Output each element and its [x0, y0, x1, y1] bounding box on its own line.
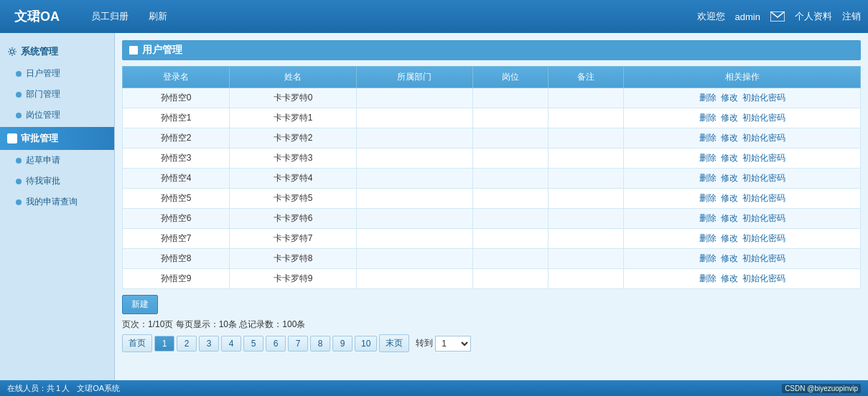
my-queries-label: 我的申请查询 — [26, 196, 78, 208]
position-mgmt-label: 岗位管理 — [26, 109, 60, 121]
cell-position — [472, 229, 548, 249]
cell-login: 孙悟空4 — [123, 169, 230, 189]
cell-login: 孙悟空3 — [123, 148, 230, 169]
delete-link[interactable]: 删除 — [699, 273, 717, 285]
edit-link[interactable]: 修改 — [721, 253, 738, 265]
edit-link[interactable]: 修改 — [721, 152, 738, 164]
goto-select[interactable]: 1234 5678 910 — [435, 336, 471, 352]
table-row: 孙悟空9 卡卡罗特9 删除 修改 初始化密码 — [123, 269, 861, 289]
cell-name: 卡卡罗特0 — [230, 88, 357, 108]
cell-remark — [548, 88, 623, 108]
cell-actions: 删除 修改 初始化密码 — [624, 269, 861, 289]
top-navigation: 文珺OA 员工归册 刷新 欢迎您 admin 个人资料 注销 — [0, 0, 868, 33]
table-row: 孙悟空4 卡卡罗特4 删除 修改 初始化密码 — [123, 169, 861, 189]
col-dept: 所属部门 — [357, 67, 472, 88]
cell-dept — [357, 169, 472, 189]
edit-link[interactable]: 修改 — [721, 112, 738, 124]
first-page-button[interactable]: 首页 — [122, 334, 152, 352]
col-actions: 相关操作 — [624, 67, 861, 88]
edit-link[interactable]: 修改 — [721, 92, 738, 104]
cell-actions: 删除 修改 初始化密码 — [624, 229, 861, 249]
page-button-9[interactable]: 9 — [332, 336, 353, 352]
reset-password-link[interactable]: 初始化密码 — [742, 112, 785, 124]
page-button-2[interactable]: 2 — [177, 336, 197, 352]
delete-link[interactable]: 删除 — [699, 212, 717, 225]
dot-icon — [16, 199, 22, 205]
page-button-1[interactable]: 1 — [154, 336, 174, 352]
nav-employee-registry[interactable]: 员工归册 — [81, 6, 139, 27]
cell-position — [472, 148, 548, 169]
delete-link[interactable]: 删除 — [699, 152, 717, 164]
personal-info-link[interactable]: 个人资料 — [795, 10, 832, 23]
sidebar-item-my-queries[interactable]: 我的申请查询 — [0, 192, 114, 212]
reset-password-link[interactable]: 初始化密码 — [742, 172, 785, 184]
delete-link[interactable]: 删除 — [699, 92, 717, 104]
edit-link[interactable]: 修改 — [721, 212, 738, 225]
delete-link[interactable]: 删除 — [699, 192, 717, 204]
cell-position — [472, 88, 548, 108]
audit-icon — [7, 133, 17, 143]
delete-link[interactable]: 删除 — [699, 232, 717, 245]
sidebar-item-dept-mgmt[interactable]: 部门管理 — [0, 84, 114, 105]
mail-icon[interactable] — [770, 11, 785, 22]
page-button-8[interactable]: 8 — [310, 336, 330, 352]
logout-link[interactable]: 注销 — [842, 10, 861, 23]
cell-login: 孙悟空9 — [123, 269, 230, 289]
delete-link[interactable]: 删除 — [699, 172, 717, 184]
page-button-10[interactable]: 10 — [355, 336, 377, 352]
main-layout: 系统管理 日户管理 部门管理 岗位管理 审批管理 起草申请 待我审批 我的申请 — [0, 33, 868, 380]
new-button[interactable]: 新建 — [122, 295, 158, 314]
cell-name: 卡卡罗特8 — [230, 249, 357, 269]
cell-dept — [357, 108, 472, 128]
last-page-button[interactable]: 末页 — [379, 334, 409, 352]
reset-password-link[interactable]: 初始化密码 — [742, 132, 785, 144]
page-button-6[interactable]: 6 — [266, 336, 286, 352]
col-name: 姓名 — [230, 67, 357, 88]
reset-password-link[interactable]: 初始化密码 — [742, 253, 785, 265]
pagination-controls: 首页 1 2 3 4 5 6 7 8 9 10 末页 转到 1234 5678 … — [122, 334, 861, 352]
page-button-3[interactable]: 3 — [199, 336, 219, 352]
delete-link[interactable]: 删除 — [699, 132, 717, 144]
cell-actions: 删除 修改 初始化密码 — [624, 148, 861, 169]
edit-link[interactable]: 修改 — [721, 192, 738, 204]
system-management-section[interactable]: 系统管理 — [0, 40, 114, 63]
reset-password-link[interactable]: 初始化密码 — [742, 192, 785, 204]
reset-password-link[interactable]: 初始化密码 — [742, 212, 785, 225]
cell-login: 孙悟空7 — [123, 229, 230, 249]
cell-position — [472, 189, 548, 209]
reset-password-link[interactable]: 初始化密码 — [742, 273, 785, 285]
edit-link[interactable]: 修改 — [721, 273, 738, 285]
audit-management-section[interactable]: 审批管理 — [0, 127, 114, 150]
col-login: 登录名 — [123, 67, 230, 88]
cell-name: 卡卡罗特7 — [230, 229, 357, 249]
col-position: 岗位 — [472, 67, 548, 88]
edit-link[interactable]: 修改 — [721, 232, 738, 245]
delete-link[interactable]: 删除 — [699, 253, 717, 265]
delete-link[interactable]: 删除 — [699, 112, 717, 124]
reset-password-link[interactable]: 初始化密码 — [742, 232, 785, 245]
page-button-4[interactable]: 4 — [221, 336, 241, 352]
sidebar-item-position-mgmt[interactable]: 岗位管理 — [0, 105, 114, 126]
reset-password-link[interactable]: 初始化密码 — [742, 152, 785, 164]
cell-dept — [357, 269, 472, 289]
sidebar-item-user-mgmt[interactable]: 日户管理 — [0, 63, 114, 84]
table-row: 孙悟空5 卡卡罗特5 删除 修改 初始化密码 — [123, 189, 861, 209]
cell-login: 孙悟空0 — [123, 88, 230, 108]
edit-link[interactable]: 修改 — [721, 132, 738, 144]
sidebar: 系统管理 日户管理 部门管理 岗位管理 审批管理 起草申请 待我审批 我的申请 — [0, 33, 115, 380]
page-button-5[interactable]: 5 — [243, 336, 263, 352]
start-apply-label: 起草申请 — [26, 154, 60, 166]
app-logo: 文珺OA — [7, 5, 67, 28]
page-button-7[interactable]: 7 — [288, 336, 308, 352]
edit-link[interactable]: 修改 — [721, 172, 738, 184]
table-row: 孙悟空6 卡卡罗特6 删除 修改 初始化密码 — [123, 209, 861, 229]
nav-refresh[interactable]: 刷新 — [139, 6, 177, 27]
svg-point-1 — [11, 50, 14, 54]
sidebar-item-pending-approval[interactable]: 待我审批 — [0, 171, 114, 192]
pending-approval-label: 待我审批 — [26, 175, 60, 187]
main-content: 用户管理 登录名 姓名 所属部门 岗位 备注 相关操作 孙悟空0 卡卡罗特0 — [115, 33, 868, 380]
sidebar-item-start-apply[interactable]: 起草申请 — [0, 150, 114, 171]
reset-password-link[interactable]: 初始化密码 — [742, 92, 785, 104]
csdn-badge: CSDN @biyezuopinvip — [782, 384, 861, 393]
pagination-area: 新建 页次：1/10页 每页显示：10条 总记录数：100条 首页 1 2 3 … — [122, 295, 861, 352]
